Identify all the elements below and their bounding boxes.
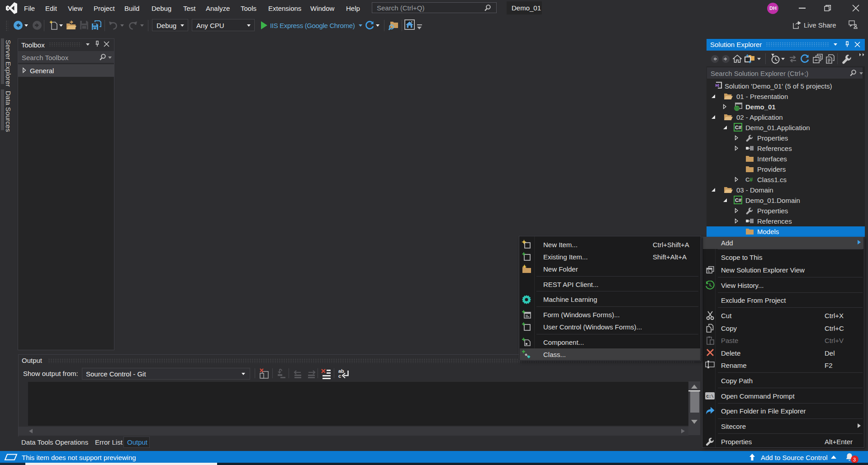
- svg-text:C#: C#: [735, 125, 741, 130]
- svg-text:#: #: [749, 176, 753, 183]
- svg-text:C#: C#: [735, 197, 741, 203]
- svg-text:c: c: [338, 373, 341, 379]
- svg-text:C:\: C:\: [707, 395, 714, 399]
